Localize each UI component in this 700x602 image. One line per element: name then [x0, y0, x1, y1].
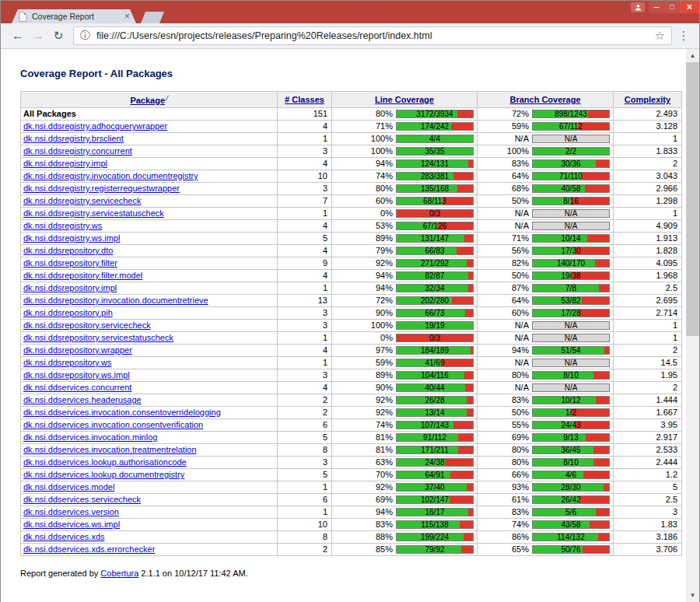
package-link[interactable]: dk.nsi.ddsrepository.wrapper	[23, 345, 132, 355]
package-link[interactable]: dk.nsi.ddservices.servicecheck	[23, 495, 141, 504]
table-header-row: Package∕ # Classes Line Coverage Branch …	[21, 92, 682, 108]
profile-icon[interactable]	[631, 2, 645, 12]
package-cell: dk.nsi.ddsrepository.dto	[21, 245, 278, 257]
branch-coverage-bar: 40/58	[532, 184, 610, 193]
package-link[interactable]: dk.nsi.ddsregistry.ws	[23, 221, 102, 230]
branch-coverage-bar: N/A	[532, 321, 610, 330]
package-link[interactable]: dk.nsi.ddservices.lookup.documentregistr…	[23, 470, 184, 479]
coverage-ratio: N/A	[533, 359, 609, 367]
coverage-ratio: 8/16	[533, 198, 609, 205]
table-row: dk.nsi.ddservices.version194%16/1783%5/6…	[21, 506, 682, 519]
column-header-line-coverage[interactable]: Line Coverage	[332, 92, 478, 108]
forward-icon[interactable]: →	[28, 29, 48, 43]
column-header-branch-coverage[interactable]: Branch Coverage	[478, 92, 614, 108]
package-link[interactable]: dk.nsi.ddsrepository.filter	[23, 258, 117, 268]
refresh-icon[interactable]: ↻	[48, 29, 68, 43]
coverage-percent: 56%	[479, 246, 532, 256]
package-cell: dk.nsi.ddsrepository.filter	[21, 257, 278, 270]
package-link[interactable]: dk.nsi.ddsregistry.adhocquerywrapper	[23, 121, 167, 131]
package-link[interactable]: dk.nsi.ddservices.invocation.consentover…	[23, 408, 221, 417]
column-header-package[interactable]: Package∕	[21, 92, 278, 108]
line-coverage-cell: 92%271/292	[332, 257, 478, 270]
line-coverage-bar: 64/91	[396, 471, 474, 479]
browser-window: Coverage Report × – □ × ← → ↻ ⓘ file:///…	[0, 0, 700, 602]
package-link[interactable]: dk.nsi.ddservices.headerusage	[23, 395, 142, 404]
package-link[interactable]: dk.nsi.ddservices.model	[23, 482, 114, 492]
package-link[interactable]: dk.nsi.ddservices.xds	[23, 532, 105, 541]
coverage-percent: 72%	[334, 296, 396, 306]
package-link[interactable]: dk.nsi.ddservices.xds.errorchecker	[23, 544, 155, 554]
line-coverage-cell: 79%66/83	[332, 245, 478, 257]
table-row: dk.nsi.ddsregistry.registerrequestwrappe…	[21, 183, 682, 195]
package-link[interactable]: dk.nsi.ddsrepository.ws.impl	[23, 370, 130, 380]
column-header-classes[interactable]: # Classes	[278, 92, 332, 108]
package-link[interactable]: dk.nsi.ddservices.invocation.treatmentre…	[23, 445, 197, 454]
line-coverage-bar: 0/3	[396, 334, 474, 342]
branch-coverage-cell: 66%4/6	[478, 469, 614, 481]
close-button[interactable]: ×	[680, 1, 699, 13]
package-link[interactable]: dk.nsi.ddservices.lookup.authorisationco…	[23, 457, 187, 467]
package-link[interactable]: dk.nsi.ddsregistry.impl	[23, 159, 107, 168]
package-cell: dk.nsi.ddsrepository.pih	[21, 307, 278, 320]
tab-close-icon[interactable]: ×	[124, 12, 130, 21]
column-header-complexity[interactable]: Complexity	[614, 92, 682, 108]
package-link[interactable]: dk.nsi.ddsrepository.servicestatuscheck	[23, 333, 173, 342]
line-coverage-cell: 70%64/91	[332, 469, 478, 481]
coverage-ratio: 115/138	[397, 521, 473, 529]
package-link[interactable]: dk.nsi.ddsrepository.invocation.document…	[23, 296, 208, 305]
table-row: dk.nsi.ddsregistry.ws453%67/126N/AN/A4.9…	[21, 220, 682, 233]
coverage-ratio: 24/43	[533, 422, 609, 429]
package-link[interactable]: dk.nsi.ddsregistry.brsclient	[23, 134, 124, 143]
package-link[interactable]: dk.nsi.ddsregistry.concurrent	[23, 146, 132, 156]
package-link[interactable]: dk.nsi.ddservices.ws.impl	[23, 520, 120, 529]
scroll-down-icon[interactable]: ▼	[686, 589, 699, 602]
browser-tab[interactable]: Coverage Report ×	[12, 9, 136, 23]
package-link[interactable]: dk.nsi.ddsregistry.servicecheck	[23, 196, 141, 205]
coverage-percent: 92%	[334, 408, 396, 418]
footer-suffix: 2.1.1 on 10/12/17 11:42 AM.	[141, 569, 247, 578]
coverage-percent: N/A	[479, 208, 532, 219]
new-tab-button[interactable]	[141, 12, 164, 23]
package-link[interactable]: dk.nsi.ddservices.version	[23, 507, 119, 516]
coverage-percent: 83%	[479, 395, 532, 405]
branch-coverage-cell: 80%8/10	[478, 369, 614, 382]
package-link[interactable]: dk.nsi.ddsregistry.ws.impl	[23, 233, 121, 243]
page-info-icon[interactable]: ⓘ	[80, 29, 90, 43]
complexity-cell: 3.706	[614, 544, 682, 556]
scroll-up-icon[interactable]: ▲	[686, 49, 699, 62]
package-link[interactable]: dk.nsi.ddservices.invocation.consentveri…	[23, 420, 203, 429]
package-cell: dk.nsi.ddsregistry.adhocquerywrapper	[21, 121, 278, 133]
package-link[interactable]: dk.nsi.ddsrepository.pih	[23, 308, 113, 317]
url-text[interactable]: file:///C:/Users/esn/projects/releases/P…	[96, 30, 650, 41]
vertical-scrollbar[interactable]: ▲ ▼	[686, 49, 699, 602]
package-link[interactable]: dk.nsi.ddsrepository.servicecheck	[23, 320, 151, 330]
cobertura-link[interactable]: Cobertura	[100, 569, 138, 578]
package-link[interactable]: dk.nsi.ddsrepository.filter.model	[23, 271, 142, 280]
table-row: dk.nsi.ddsrepository.ws.impl389%104/1168…	[21, 369, 682, 382]
table-row: dk.nsi.ddservices.invocation.consentover…	[21, 407, 682, 419]
package-link[interactable]: dk.nsi.ddsregistry.servicestatuscheck	[23, 208, 164, 218]
url-bar[interactable]: ⓘ file:///C:/Users/esn/projects/releases…	[73, 26, 672, 45]
branch-coverage-cell: 69%9/13	[478, 432, 614, 444]
line-coverage-bar: 199/224	[396, 533, 474, 541]
line-coverage-cell: 97%184/189	[332, 345, 478, 357]
package-link[interactable]: dk.nsi.ddsrepository.ws	[23, 358, 112, 367]
package-link[interactable]: dk.nsi.ddsregistry.invocation.documentre…	[23, 171, 198, 180]
package-link[interactable]: dk.nsi.ddservices.invocation.minlog	[23, 432, 157, 442]
package-link[interactable]: dk.nsi.ddsrepository.impl	[23, 283, 117, 292]
maximize-button[interactable]: □	[664, 1, 680, 13]
table-row: dk.nsi.ddsregistry.servicecheck760%68/11…	[21, 195, 682, 208]
package-link[interactable]: dk.nsi.ddservices.concurrent	[23, 383, 131, 392]
back-icon[interactable]: ←	[8, 29, 28, 43]
package-link[interactable]: dk.nsi.ddsrepository.dto	[23, 246, 113, 255]
line-coverage-bar: 135/168	[396, 184, 474, 193]
coverage-ratio: 67/126	[397, 222, 473, 230]
minimize-button[interactable]: –	[649, 1, 664, 13]
scrollbar-thumb[interactable]	[686, 62, 699, 336]
package-cell: dk.nsi.ddsrepository.wrapper	[21, 345, 278, 357]
coverage-ratio: 50/76	[533, 546, 609, 554]
bookmark-star-icon[interactable]: ☆	[655, 29, 665, 43]
classes-cell: 7	[278, 195, 332, 208]
package-link[interactable]: dk.nsi.ddsregistry.registerrequestwrappe…	[23, 184, 180, 193]
browser-menu-icon[interactable]: ⋮	[675, 29, 692, 43]
